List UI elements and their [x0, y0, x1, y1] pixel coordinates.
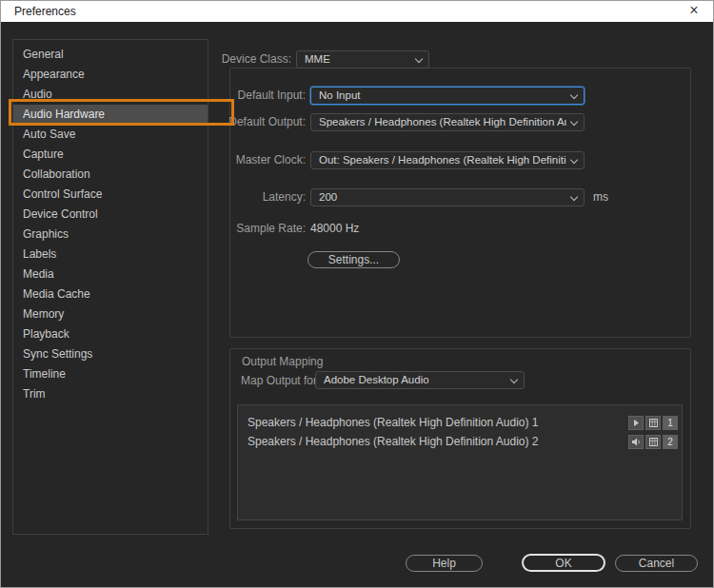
latency-value: 200: [319, 189, 566, 206]
device-class-value: MME: [305, 51, 411, 68]
sidebar-item-memory[interactable]: Memory: [13, 304, 208, 324]
default-input-value: No Input: [319, 88, 566, 104]
sidebar-item-timeline[interactable]: Timeline: [13, 364, 208, 384]
sample-rate-value: 48000 Hz: [310, 220, 359, 238]
sidebar-item-collaboration[interactable]: Collaboration: [13, 165, 208, 185]
chevron-down-icon: [570, 193, 578, 201]
master-clock-dropdown[interactable]: Out: Speakers / Headphones (Realtek High…: [310, 151, 585, 169]
sidebar-item-trim[interactable]: Trim: [13, 384, 208, 404]
default-output-value: Speakers / Headphones (Realtek High Defi…: [319, 114, 566, 130]
default-output-dropdown[interactable]: Speakers / Headphones (Realtek High Defi…: [310, 113, 585, 131]
sidebar-item-sync-settings[interactable]: Sync Settings: [13, 344, 208, 364]
sidebar-item-playback[interactable]: Playback: [13, 324, 208, 344]
chevron-down-icon: [570, 118, 578, 126]
channel-number-badge: 2: [663, 435, 678, 449]
ok-button[interactable]: OK: [522, 554, 605, 572]
cancel-button[interactable]: Cancel: [615, 555, 698, 572]
sidebar-item-media[interactable]: Media: [13, 265, 208, 284]
master-clock-value: Out: Speakers / Headphones (Realtek High…: [319, 152, 566, 168]
settings-button[interactable]: Settings...: [307, 251, 400, 268]
default-input-label: Default Input:: [191, 87, 306, 105]
sidebar-item-audio[interactable]: Audio: [13, 85, 208, 105]
sidebar-item-appearance[interactable]: Appearance: [13, 65, 208, 85]
chevron-down-icon: [570, 91, 578, 99]
chevron-down-icon: [415, 55, 423, 63]
help-button[interactable]: Help: [406, 555, 483, 572]
chevron-down-icon: [570, 156, 578, 164]
map-output-for-value: Adobe Desktop Audio: [324, 372, 506, 388]
sidebar-item-graphics[interactable]: Graphics: [13, 225, 208, 245]
default-input-dropdown[interactable]: No Input: [310, 87, 585, 105]
channel-number-badge: 1: [663, 416, 678, 430]
channel-grid-icon[interactable]: [645, 416, 661, 430]
latency-unit: ms: [593, 188, 608, 206]
device-class-label: Device Class:: [191, 50, 291, 69]
map-output-for-label: Map Output for:: [241, 372, 320, 390]
latency-label: Latency:: [191, 188, 306, 206]
sidebar-item-general[interactable]: General: [13, 45, 208, 65]
output-mapping-title: Output Mapping: [242, 355, 323, 368]
sidebar-item-media-cache[interactable]: Media Cache: [13, 284, 208, 304]
sidebar-item-device-control[interactable]: Device Control: [13, 205, 208, 225]
master-clock-label: Master Clock:: [191, 151, 306, 169]
close-icon[interactable]: ×: [683, 1, 705, 22]
latency-dropdown[interactable]: 200: [310, 188, 585, 206]
channel-label: Speakers / Headphones (Realtek High Defi…: [248, 416, 626, 429]
window-title: Preferences: [14, 1, 76, 22]
chevron-down-icon: [510, 376, 518, 383]
sidebar-item-labels[interactable]: Labels: [13, 245, 208, 265]
sidebar-item-auto-save[interactable]: Auto Save: [13, 125, 208, 145]
speaker-play-icon[interactable]: [628, 416, 644, 430]
device-class-dropdown[interactable]: MME: [296, 50, 429, 69]
sample-rate-label: Sample Rate:: [191, 220, 306, 238]
default-output-label: Default Output:: [191, 113, 306, 131]
preferences-category-list: General Appearance Audio Audio Hardware …: [12, 39, 208, 535]
output-channel-row: Speakers / Headphones (Realtek High Defi…: [248, 413, 678, 432]
sidebar-item-capture[interactable]: Capture: [13, 145, 208, 165]
speaker-wave-icon[interactable]: [628, 435, 644, 449]
map-output-for-dropdown[interactable]: Adobe Desktop Audio: [315, 371, 525, 389]
channel-label: Speakers / Headphones (Realtek High Defi…: [248, 435, 626, 448]
preferences-dialog: Preferences × General Appearance Audio A…: [0, 0, 714, 588]
output-channel-row: Speakers / Headphones (Realtek High Defi…: [248, 432, 678, 451]
output-channel-list: Speakers / Headphones (Realtek High Defi…: [237, 404, 683, 520]
sidebar-item-control-surface[interactable]: Control Surface: [13, 185, 208, 205]
title-bar: Preferences ×: [1, 1, 713, 22]
channel-grid-icon[interactable]: [645, 435, 661, 449]
sidebar-item-audio-hardware[interactable]: Audio Hardware: [13, 105, 208, 125]
